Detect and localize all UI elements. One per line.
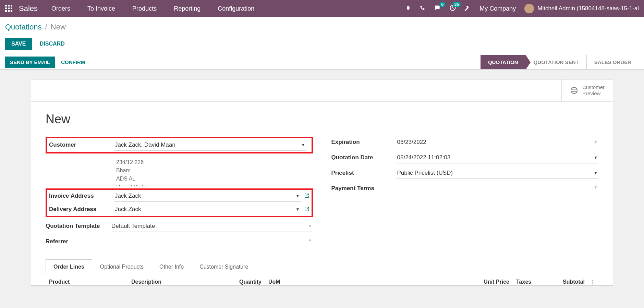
invoice-external-link[interactable] — [304, 193, 309, 200]
expiration-field[interactable]: 06/23/2022 ▼ — [397, 137, 599, 148]
customer-preview-button[interactable]: Customer Preview — [561, 79, 613, 101]
avatar — [524, 4, 534, 13]
step-quotation[interactable]: QUOTATION — [481, 55, 526, 69]
delivery-address-field[interactable]: Jack Zack ▼ — [114, 204, 301, 215]
customer-field[interactable]: Jack Zack, David Maan ▼ — [114, 139, 306, 151]
activity-icon[interactable]: 35 — [449, 4, 456, 13]
chevron-down-icon: ▼ — [308, 224, 312, 229]
brand-name[interactable]: Sales — [19, 4, 38, 13]
user-name: Mitchell Admin (15804148-saas-15-1-al — [537, 5, 639, 12]
order-lines-header: Product Description Quantity UoM Unit Pr… — [46, 274, 598, 285]
right-column: Expiration 06/23/2022 ▼ Quotation Date — [331, 137, 599, 249]
tab-customer-signature[interactable]: Customer Signature — [192, 259, 256, 274]
address-line: ADS AL — [116, 175, 313, 183]
globe-icon — [570, 86, 578, 95]
th-product: Product — [49, 279, 131, 285]
customer-label: Customer — [49, 139, 114, 148]
menu-to-invoice[interactable]: To Invoice — [87, 5, 115, 12]
address-line: Bham — [116, 167, 313, 175]
kebab-icon[interactable]: ⋮ — [585, 279, 595, 285]
invoice-address-label: Invoice Address — [49, 190, 114, 199]
quotation-date-field[interactable]: 05/24/2022 11:02:03 ▼ — [397, 152, 599, 163]
tabs: Order Lines Optional Products Other Info… — [46, 259, 598, 274]
highlight-addresses: Invoice Address Jack Zack ▼ — [46, 188, 313, 217]
pricelist-value: Public Pricelist (USD) — [397, 170, 453, 176]
quotation-date-label: Quotation Date — [331, 152, 397, 161]
breadcrumb: Quotations / New — [5, 23, 639, 32]
th-unit-price: Unit Price — [472, 279, 509, 285]
confirm-button[interactable]: CONFIRM — [55, 56, 91, 68]
bug-icon[interactable] — [405, 5, 411, 13]
send-by-email-button[interactable]: SEND BY EMAIL — [5, 57, 55, 68]
stat-button-row: Customer Preview — [31, 79, 613, 102]
invoice-address-value: Jack Zack — [115, 193, 141, 199]
page-title: New — [46, 112, 598, 126]
step-quotation-sent[interactable]: QUOTATION SENT — [526, 55, 586, 69]
tab-other-info[interactable]: Other Info — [151, 259, 192, 274]
referrer-field[interactable]: ▼ — [111, 236, 313, 245]
pricelist-field[interactable]: Public Pricelist (USD) ▼ — [397, 168, 599, 179]
breadcrumb-sep: / — [45, 23, 47, 31]
chevron-down-icon: ▼ — [296, 207, 300, 212]
chevron-down-icon: ▼ — [594, 185, 598, 190]
messaging-icon[interactable]: 6 — [434, 4, 441, 13]
menu-orders[interactable]: Orders — [51, 5, 70, 12]
systray: 6 35 My Company Mitchell Admin (15804148… — [405, 4, 639, 13]
chevron-down-icon: ▼ — [594, 155, 598, 160]
quotation-template-value: Default Template — [111, 223, 155, 230]
status-steps: QUOTATION QUOTATION SENT SALES ORDER — [481, 55, 639, 69]
quotation-template-field[interactable]: Default Template ▼ — [111, 221, 313, 232]
discard-button[interactable]: DISCARD — [34, 38, 71, 50]
pricelist-label: Pricelist — [331, 168, 397, 176]
delivery-address-value: Jack Zack — [115, 206, 141, 213]
activity-badge: 35 — [453, 2, 461, 7]
delivery-external-link[interactable] — [304, 206, 309, 213]
th-taxes: Taxes — [509, 279, 547, 285]
menu-products[interactable]: Products — [132, 5, 157, 12]
tab-optional-products[interactable]: Optional Products — [92, 259, 151, 274]
company-switcher[interactable]: My Company — [479, 5, 516, 12]
step-sales-order[interactable]: SALES ORDER — [586, 55, 639, 69]
chevron-down-icon: ▼ — [308, 238, 312, 243]
chevron-down-icon: ▼ — [594, 171, 598, 175]
control-bar: Quotations / New SAVE DISCARD — [0, 17, 644, 55]
status-bar: SEND BY EMAIL CONFIRM QUOTATION QUOTATIO… — [0, 55, 644, 70]
menu-configuration[interactable]: Configuration — [218, 5, 254, 12]
stat-button-line2: Preview — [582, 90, 605, 97]
breadcrumb-root[interactable]: Quotations — [5, 23, 41, 31]
chevron-down-icon: ▼ — [301, 143, 305, 147]
invoice-address-field[interactable]: Jack Zack ▼ — [114, 190, 301, 202]
tab-order-lines[interactable]: Order Lines — [46, 259, 92, 274]
form-sheet: Customer Preview New Customer — [31, 79, 613, 286]
customer-value: Jack Zack, David Maan — [115, 141, 175, 148]
breadcrumb-current: New — [51, 23, 66, 31]
address-line: United States — [116, 183, 313, 186]
save-button[interactable]: SAVE — [5, 38, 32, 50]
expiration-value: 06/23/2022 — [397, 139, 426, 146]
apps-icon[interactable] — [5, 5, 13, 12]
payment-terms-label: Payment Terms — [331, 183, 397, 192]
highlight-customer: Customer Jack Zack, David Maan ▼ — [46, 137, 313, 153]
th-description: Description — [131, 279, 224, 285]
address-line: 234/12 226 — [116, 158, 313, 167]
payment-terms-field[interactable]: ▼ — [397, 183, 599, 192]
tools-icon[interactable] — [465, 5, 471, 13]
stat-button-line1: Customer — [582, 84, 605, 90]
chevron-down-icon: ▼ — [594, 140, 598, 145]
messaging-badge: 6 — [440, 2, 446, 7]
top-nav: Sales Orders To Invoice Products Reporti… — [0, 0, 644, 17]
th-quantity: Quantity — [224, 279, 262, 285]
phone-icon[interactable] — [420, 5, 425, 12]
main-menu: Orders To Invoice Products Reporting Con… — [51, 5, 254, 12]
quotation-date-value: 05/24/2022 11:02:03 — [397, 154, 451, 161]
left-column: Customer Jack Zack, David Maan ▼ — [46, 137, 313, 249]
th-uom: UoM — [262, 279, 316, 285]
quotation-template-label: Quotation Template — [46, 221, 111, 230]
delivery-address-label: Delivery Address — [49, 204, 114, 213]
referrer-label: Referrer — [46, 236, 111, 245]
customer-address: 234/12 226 Bham ADS AL United States — [46, 157, 313, 186]
menu-reporting[interactable]: Reporting — [174, 5, 201, 12]
user-menu[interactable]: Mitchell Admin (15804148-saas-15-1-al — [524, 4, 639, 13]
th-subtotal: Subtotal — [547, 279, 585, 285]
expiration-label: Expiration — [331, 137, 397, 146]
